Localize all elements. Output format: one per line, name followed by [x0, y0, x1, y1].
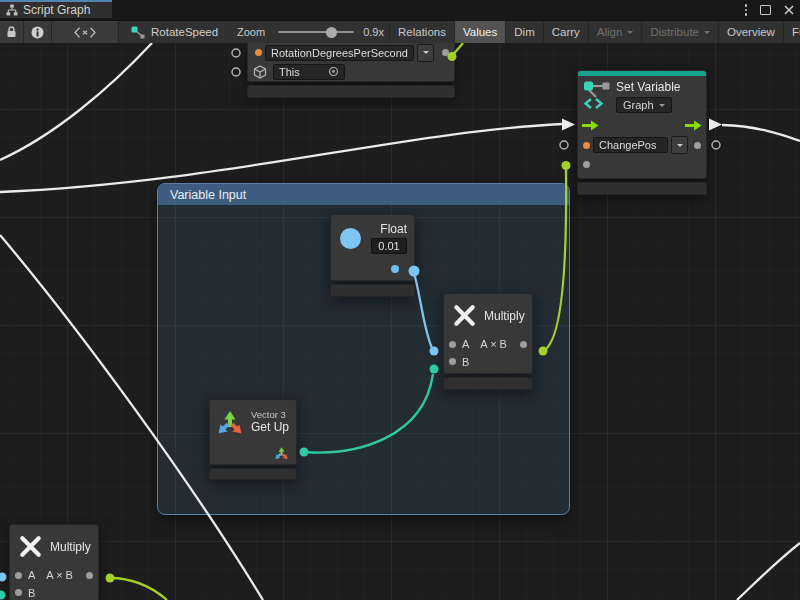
target-object-field[interactable]: This: [273, 64, 345, 80]
variable-dropdown-button[interactable]: [417, 44, 434, 62]
node-float-literal[interactable]: Float 0.01: [330, 214, 415, 297]
wire-endpoint-dot[interactable]: [0, 573, 7, 582]
port-b-label: B: [28, 587, 35, 599]
wire-flow-into-set-variable[interactable]: [0, 124, 562, 192]
toolbar-button-overview[interactable]: Overview: [718, 21, 783, 43]
variable-dropdown-button[interactable]: [671, 136, 688, 154]
toolbar-button-values[interactable]: Values: [454, 21, 505, 43]
vector3-axes-icon: [216, 405, 244, 437]
variable-name-dropdown[interactable]: RotationDegreesPerSecond: [265, 45, 414, 61]
vector3-output-row: [210, 441, 296, 464]
port-ring[interactable]: [712, 141, 720, 149]
node-title: Get Up: [251, 420, 289, 434]
group-title: Variable Input: [170, 188, 246, 202]
dropdown-caret-icon: [627, 31, 633, 37]
get-variable-target-row: This: [248, 62, 454, 81]
multiply-x-icon: [18, 534, 43, 559]
node-footer: [247, 85, 455, 98]
wire-endpoint-dot[interactable]: [0, 591, 6, 600]
port-ring[interactable]: [560, 141, 568, 149]
wire-flow-out-of-set-variable[interactable]: [722, 125, 800, 141]
set-variable-value-row: [578, 155, 706, 178]
toolbar-button-carry[interactable]: Carry: [543, 21, 588, 43]
multiply-row-a: A A × B: [444, 335, 532, 353]
variable-value-output-port[interactable]: [442, 49, 449, 56]
vector3-type-label: Vector 3: [251, 409, 289, 420]
zoom-slider[interactable]: [278, 31, 354, 33]
angle-brackets-x-icon: [74, 27, 96, 38]
toolbar-button-fullscreen[interactable]: Full Screen: [783, 21, 800, 43]
node-multiply-middle[interactable]: Multiply A A × B B: [443, 293, 533, 390]
output-port[interactable]: [86, 572, 93, 579]
multiply-row-b: B: [444, 353, 532, 373]
tab-bar: Script Graph: [0, 0, 800, 21]
value-input-port[interactable]: [583, 161, 590, 168]
graph-asset-icon: [131, 26, 145, 39]
dropdown-caret-icon: [677, 144, 683, 150]
maximize-icon[interactable]: [760, 5, 771, 15]
zoom-control: Zoom 0.9x: [237, 21, 384, 43]
input-a-port[interactable]: [15, 572, 22, 579]
variable-name-port[interactable]: [255, 49, 262, 56]
input-b-port[interactable]: [449, 358, 456, 365]
node-footer: [577, 182, 707, 195]
multiply-row-b: B: [10, 584, 98, 600]
float-value-input[interactable]: 0.01: [371, 238, 407, 254]
close-icon[interactable]: [784, 5, 794, 15]
float-output-row: [331, 258, 414, 280]
zoom-slider-handle[interactable]: [326, 27, 337, 38]
toolbar-button-distribute[interactable]: Distribute: [641, 21, 718, 43]
tab-title: Script Graph: [23, 3, 90, 17]
flow-out-arrow-icon[interactable]: [685, 120, 702, 131]
tab-script-graph[interactable]: Script Graph: [0, 0, 112, 18]
port-a-label: A: [462, 338, 469, 350]
graph-toolbar: RotateSpeed Zoom 0.9x Relations Values D…: [0, 21, 800, 44]
window-controls: [745, 0, 795, 20]
object-picker-icon[interactable]: [328, 66, 339, 77]
port-ring[interactable]: [232, 68, 240, 76]
dropdown-caret-icon: [704, 31, 710, 37]
multiply-row-a: A A × B: [10, 566, 98, 584]
wire-flow-top-left[interactable]: [0, 43, 152, 160]
info-button[interactable]: [24, 21, 52, 43]
graph-canvas[interactable]: Variable Input RotationDegreesPerSecond: [0, 43, 800, 600]
wire-flow-bottom-right[interactable]: [737, 543, 800, 600]
zoom-value: 0.9x: [363, 26, 384, 38]
output-port[interactable]: [520, 341, 527, 348]
lock-button[interactable]: [0, 21, 24, 43]
flow-in-arrow-icon[interactable]: [582, 120, 599, 131]
variable-name-dropdown[interactable]: ChangePos: [593, 137, 668, 153]
toolbar-button-align[interactable]: Align: [588, 21, 642, 43]
wire-endpoint-dot[interactable]: [106, 574, 115, 583]
menu-kebab-icon[interactable]: [745, 4, 748, 16]
input-a-port[interactable]: [449, 341, 456, 348]
input-b-port[interactable]: [15, 589, 22, 596]
flow-out-triangle[interactable]: [709, 119, 722, 131]
variable-name-port[interactable]: [583, 142, 590, 149]
dropdown-caret-icon: [659, 104, 665, 110]
float-output-port[interactable]: [391, 265, 399, 273]
graph-reference[interactable]: RotateSpeed: [131, 21, 218, 43]
node-footer: [330, 284, 415, 297]
zoom-label: Zoom: [237, 26, 265, 38]
vector3-header: Vector 3 Get Up: [210, 400, 296, 441]
node-vector3-get-up[interactable]: Vector 3 Get Up: [209, 399, 297, 480]
set-variable-graph-icon: [583, 80, 610, 110]
group-header[interactable]: Variable Input: [158, 184, 569, 205]
toolbar-button-relations[interactable]: Relations: [389, 21, 454, 43]
port-ring[interactable]: [232, 49, 240, 57]
flow-in-triangle[interactable]: [562, 119, 575, 131]
new-value-output-port[interactable]: [694, 142, 701, 149]
hierarchy-icon: [6, 4, 18, 16]
node-set-variable[interactable]: Set Variable Graph: [577, 70, 707, 195]
toolbar-button-dim[interactable]: Dim: [505, 21, 542, 43]
vector3-output-port[interactable]: [274, 444, 289, 461]
port-b-label: B: [462, 356, 469, 368]
info-icon: [31, 26, 44, 39]
code-preview-button[interactable]: [52, 21, 119, 43]
node-multiply-bottom[interactable]: Multiply A A × B B: [9, 524, 99, 600]
node-get-variable[interactable]: RotationDegreesPerSecond This: [247, 43, 455, 98]
wire-endpoint-dot[interactable]: [562, 161, 571, 170]
variable-scope-dropdown[interactable]: Graph: [616, 97, 672, 113]
wire-bottom-multiply-output[interactable]: [110, 578, 167, 600]
